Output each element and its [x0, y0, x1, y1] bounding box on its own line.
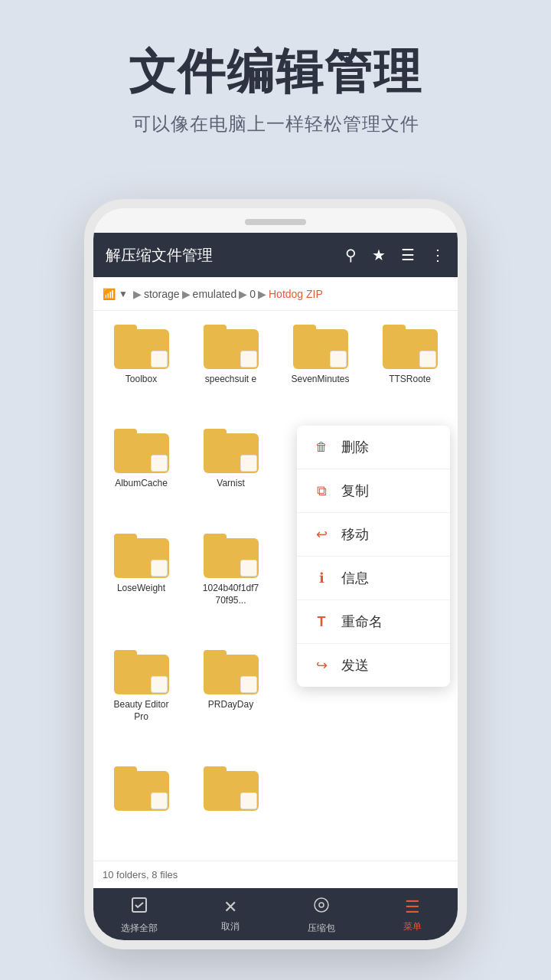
breadcrumb-bar: 📶 ▼ ▶ storage ▶ emulated ▶ 0 ▶ Hotdog ZI… [93, 277, 458, 311]
nav-select-all[interactable]: 选择全部 [93, 896, 184, 935]
list-item[interactable]: AlbumCache [96, 423, 186, 527]
move-icon: ↩ [312, 525, 331, 544]
nav-cancel[interactable]: ✕ 取消 [184, 897, 276, 933]
rename-label: 重命名 [341, 612, 383, 631]
list-item[interactable] [186, 760, 276, 853]
header-subtitle: 可以像在电脑上一样轻松管理文件 [31, 112, 520, 136]
status-text: 10 folders, 8 files [103, 869, 178, 880]
phone-speaker [245, 219, 306, 225]
copy-label: 复制 [341, 482, 369, 500]
svg-point-1 [315, 898, 328, 912]
bottom-nav: 选择全部 ✕ 取消 压缩包 ☰ 菜单 [93, 888, 458, 942]
info-label: 信息 [341, 569, 369, 587]
send-icon: ↪ [312, 656, 331, 675]
topbar-icons: ⚲ ★ ☰ ⋮ [345, 246, 445, 264]
copy-icon: ⧉ [312, 482, 331, 500]
breadcrumb-emulated[interactable]: emulated [193, 288, 237, 300]
file-name: 1024b40f1df770f95... [201, 583, 262, 606]
context-item-send[interactable]: ↪ 发送 [297, 644, 450, 687]
move-label: 移动 [341, 525, 369, 544]
select-all-label: 选择全部 [121, 922, 158, 935]
file-name: Varnist [217, 478, 244, 490]
breadcrumb-storage[interactable]: storage [144, 288, 180, 300]
header-title: 文件编辑管理 [31, 46, 520, 98]
list-item[interactable]: Beauty Editor Pro [96, 644, 186, 760]
file-name: SevenMinutes [291, 374, 349, 386]
star-icon[interactable]: ★ [372, 246, 386, 264]
select-all-icon [130, 896, 148, 919]
dropdown-icon: ▼ [119, 289, 128, 299]
hamburger-icon: ☰ [405, 897, 420, 917]
file-name: AlbumCache [115, 478, 168, 490]
list-item[interactable]: PRDayDay [186, 644, 276, 760]
menu-icon[interactable]: ☰ [401, 246, 415, 264]
phone-mockup: 解压缩文件管理 ⚲ ★ ☰ ⋮ 📶 ▼ ▶ storage ▶ emulated… [84, 199, 467, 949]
context-item-move[interactable]: ↩ 移动 [297, 513, 450, 557]
context-item-rename[interactable]: T 重命名 [297, 600, 450, 644]
info-icon: ℹ [312, 569, 331, 587]
file-name: speechsuit e [205, 374, 256, 386]
nav-menu[interactable]: ☰ 菜单 [367, 897, 458, 933]
menu-label: 菜单 [403, 920, 422, 933]
device-icon: 📶 [103, 288, 116, 300]
app-title: 解压缩文件管理 [106, 245, 345, 266]
status-bar: 10 folders, 8 files [93, 861, 458, 888]
send-label: 发送 [341, 656, 369, 675]
context-item-info[interactable]: ℹ 信息 [297, 557, 450, 600]
file-name: Toolbox [126, 374, 157, 386]
device-selector[interactable]: 📶 ▼ [103, 288, 128, 300]
list-item[interactable]: Varnist [186, 423, 276, 527]
context-item-copy[interactable]: ⧉ 复制 [297, 469, 450, 513]
list-item[interactable]: Toolbox [96, 318, 186, 423]
cancel-label: 取消 [221, 920, 240, 933]
delete-label: 删除 [341, 438, 369, 456]
list-item[interactable]: TTSRoote [365, 318, 455, 423]
context-menu: 🗑 删除 ⧉ 复制 ↩ 移动 ℹ 信息 T 重命名 [297, 426, 450, 687]
breadcrumb-0[interactable]: 0 [249, 288, 256, 300]
delete-icon: 🗑 [312, 438, 331, 456]
more-icon[interactable]: ⋮ [430, 246, 445, 264]
app-topbar: 解压缩文件管理 ⚲ ★ ☰ ⋮ [93, 233, 458, 277]
compress-label: 压缩包 [308, 922, 335, 935]
file-grid: Toolbox speechsuit e SevenMinutes TTSRoo… [93, 311, 458, 861]
app-content: 解压缩文件管理 ⚲ ★ ☰ ⋮ 📶 ▼ ▶ storage ▶ emulated… [93, 233, 458, 942]
file-name: TTSRoote [389, 374, 431, 386]
compress-icon [312, 896, 331, 919]
header-section: 文件编辑管理 可以像在电脑上一样轻松管理文件 [0, 0, 551, 167]
context-item-delete[interactable]: 🗑 删除 [297, 426, 450, 469]
cancel-icon: ✕ [223, 897, 237, 917]
list-item[interactable]: LoseWeight [96, 528, 186, 644]
list-item[interactable]: SevenMinutes [276, 318, 365, 423]
list-item[interactable] [96, 760, 186, 853]
breadcrumb-active[interactable]: Hotdog ZIP [269, 288, 323, 300]
file-name: LoseWeight [117, 583, 165, 595]
svg-point-2 [319, 903, 324, 907]
file-name: PRDayDay [208, 699, 253, 711]
search-icon[interactable]: ⚲ [345, 246, 357, 264]
file-name: Beauty Editor Pro [111, 699, 172, 723]
rename-icon: T [312, 612, 331, 631]
list-item[interactable]: speechsuit e [186, 318, 276, 423]
nav-compress[interactable]: 压缩包 [276, 896, 367, 935]
list-item[interactable]: 1024b40f1df770f95... [186, 528, 276, 644]
